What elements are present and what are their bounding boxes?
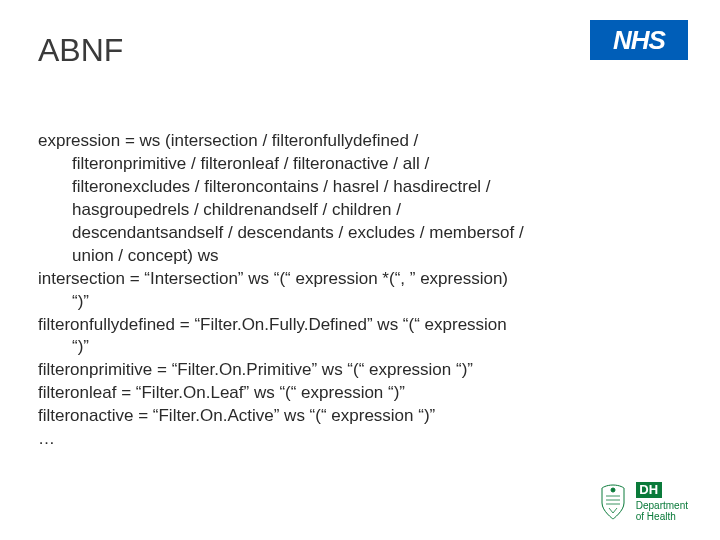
crest-icon (596, 483, 630, 521)
rule-ellipsis: … (38, 428, 682, 451)
rule-head: filteronprimitive = “Filter.On.Primitive… (38, 360, 473, 379)
rule-head: filteronactive = “Filter.On.Active” ws “… (38, 406, 435, 425)
rule-head: … (38, 429, 55, 448)
nhs-logo-text: NHS (613, 25, 665, 56)
rule-cont: “)” (38, 336, 682, 359)
rule-cont: hasgroupedrels / childrenandself / child… (38, 199, 682, 222)
rule-cont: “)” (38, 291, 682, 314)
dh-abbrev: DH (636, 482, 662, 498)
dh-logo-text: DH Department of Health (636, 482, 688, 522)
rule-head: filteronfullydefined = “Filter.On.Fully.… (38, 315, 507, 334)
rule-filteronprimitive: filteronprimitive = “Filter.On.Primitive… (38, 359, 682, 382)
svg-point-0 (611, 488, 615, 492)
rule-cont: filteronprimitive / filteronleaf / filte… (38, 153, 682, 176)
dh-line1: Department (636, 500, 688, 511)
rule-filteronleaf: filteronleaf = “Filter.On.Leaf” ws “(“ e… (38, 382, 682, 405)
page-title: ABNF (38, 32, 123, 69)
rule-intersection: intersection = “Intersection” ws “(“ exp… (38, 268, 682, 314)
rule-head: filteronleaf = “Filter.On.Leaf” ws “(“ e… (38, 383, 405, 402)
rule-cont: union / concept) ws (38, 245, 682, 268)
rule-cont: filteronexcludes / filteroncontains / ha… (38, 176, 682, 199)
dh-line2: of Health (636, 511, 688, 522)
rule-cont: descendantsandself / descendants / exclu… (38, 222, 682, 245)
rule-filteronactive: filteronactive = “Filter.On.Active” ws “… (38, 405, 682, 428)
rule-filteronfullydefined: filteronfullydefined = “Filter.On.Fully.… (38, 314, 682, 360)
rule-head: intersection = “Intersection” ws “(“ exp… (38, 269, 508, 288)
rule-head: expression = ws (intersection / filteron… (38, 131, 418, 150)
abnf-grammar-block: expression = ws (intersection / filteron… (38, 130, 682, 451)
nhs-logo: NHS (590, 20, 688, 60)
dh-logo: DH Department of Health (596, 482, 688, 522)
rule-expression: expression = ws (intersection / filteron… (38, 130, 682, 268)
